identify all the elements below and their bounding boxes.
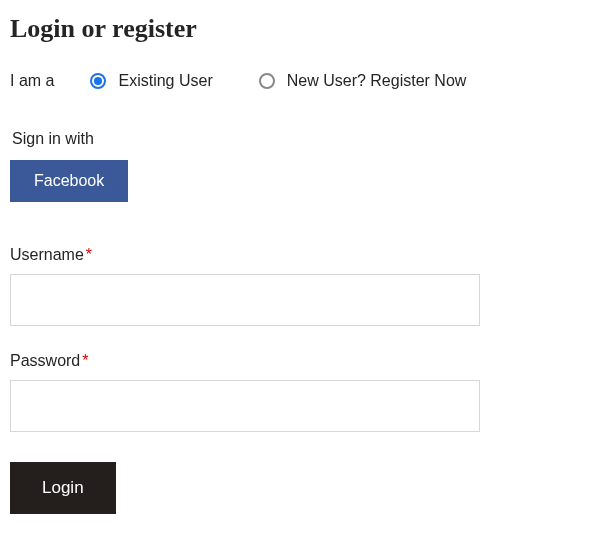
password-input[interactable] [10, 380, 480, 432]
label-text: Username [10, 246, 84, 263]
required-asterisk: * [82, 352, 88, 369]
username-label: Username* [10, 246, 587, 264]
password-label: Password* [10, 352, 587, 370]
username-block: Username* [10, 246, 587, 326]
password-block: Password* [10, 352, 587, 432]
radio-icon [259, 73, 275, 89]
radio-label: New User? Register Now [287, 72, 467, 90]
radio-icon [90, 73, 106, 89]
user-type-label: I am a [10, 72, 54, 90]
username-input[interactable] [10, 274, 480, 326]
facebook-button[interactable]: Facebook [10, 160, 128, 202]
radio-new-user[interactable]: New User? Register Now [259, 72, 467, 90]
login-button[interactable]: Login [10, 462, 116, 514]
page-title: Login or register [10, 14, 587, 44]
required-asterisk: * [86, 246, 92, 263]
radio-label: Existing User [118, 72, 212, 90]
radio-existing-user[interactable]: Existing User [90, 72, 212, 90]
label-text: Password [10, 352, 80, 369]
user-type-row: I am a Existing User New User? Register … [10, 72, 587, 90]
sign-in-with-label: Sign in with [12, 130, 587, 148]
